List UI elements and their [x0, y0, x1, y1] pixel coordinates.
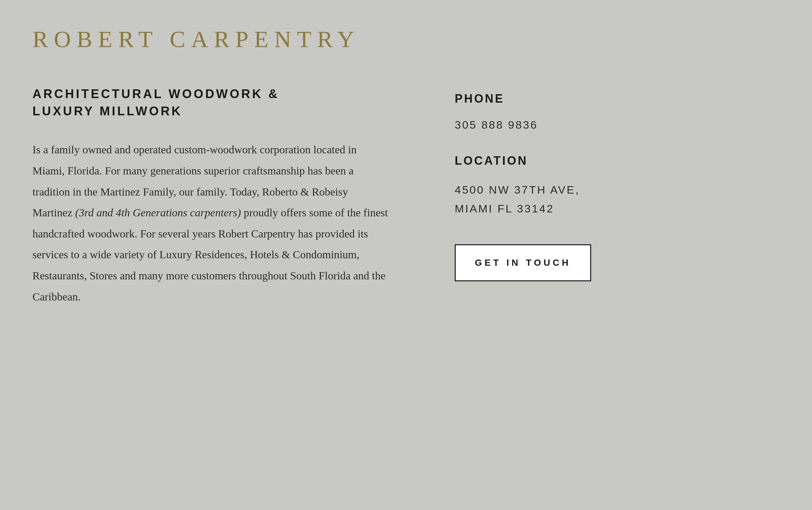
right-column: PHONE 305 888 9836 LOCATION 4500 NW 37TH… [455, 85, 649, 484]
phone-value: 305 888 9836 [455, 119, 649, 131]
get-in-touch-button[interactable]: GET IN TOUCH [455, 244, 591, 281]
brand-title: ROBERT CARPENTRY [32, 26, 780, 53]
left-column: ARCHITECTURAL WOODWORK & LUXURY MILLWORK… [32, 85, 390, 484]
phone-label: PHONE [455, 92, 649, 106]
location-value: 4500 NW 37TH AVE, MIAMI FL 33142 [455, 180, 649, 218]
location-label: LOCATION [455, 154, 649, 168]
description-text: Is a family owned and operated custom-wo… [32, 139, 390, 307]
main-content: ARCHITECTURAL WOODWORK & LUXURY MILLWORK… [32, 85, 780, 484]
service-heading: ARCHITECTURAL WOODWORK & LUXURY MILLWORK [32, 85, 390, 120]
page-wrapper: ROBERT CARPENTRY ARCHITECTURAL WOODWORK … [0, 0, 812, 510]
